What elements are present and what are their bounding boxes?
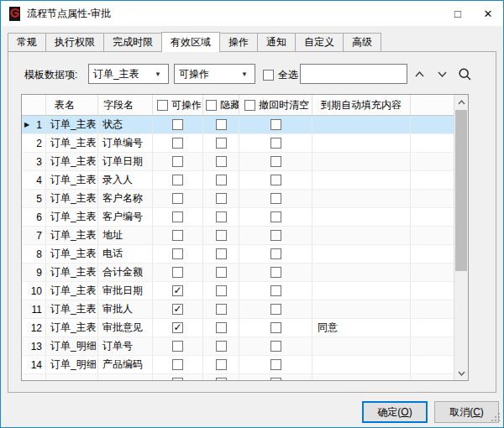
table-row[interactable]: 4订单_主表录入人 — [22, 171, 454, 190]
table-row[interactable]: 14订单_明细产品编码 — [22, 356, 454, 374]
header-checkbox-operable[interactable] — [157, 100, 168, 111]
checkbox-operable[interactable] — [172, 248, 183, 259]
cell-row-number[interactable]: 13 — [22, 337, 46, 355]
checkbox-hidden[interactable] — [216, 193, 227, 204]
cell-clear[interactable] — [239, 356, 312, 373]
checkbox-hidden[interactable] — [216, 341, 227, 352]
cell-operable[interactable] — [153, 208, 203, 226]
checkbox-operable[interactable]: ✓ — [172, 285, 183, 296]
table-row[interactable]: 10订单_主表审批日期✓ — [22, 282, 454, 300]
tab-item[interactable]: 执行权限 — [45, 33, 104, 52]
cell-hidden[interactable] — [203, 190, 239, 207]
checkbox-operable[interactable] — [172, 378, 183, 380]
checkbox-clear[interactable] — [270, 267, 281, 278]
cell-row-number[interactable]: ▶1 — [22, 116, 46, 133]
cell-clear[interactable] — [239, 282, 312, 300]
cell-clear[interactable] — [239, 319, 312, 337]
checkbox-operable[interactable] — [172, 119, 183, 130]
checkbox-operable[interactable] — [172, 230, 183, 241]
cell-autofill[interactable] — [312, 208, 411, 226]
checkbox-operable[interactable] — [172, 267, 183, 278]
cell-hidden[interactable] — [203, 171, 239, 189]
cell-autofill[interactable] — [312, 190, 411, 207]
cell-autofill[interactable] — [312, 264, 411, 281]
header-checkbox-hidden[interactable] — [206, 100, 217, 111]
scroll-up-button[interactable] — [454, 95, 468, 109]
table-row[interactable]: 3订单_主表订单日期 — [22, 153, 454, 171]
checkbox-hidden[interactable] — [216, 175, 227, 185]
cell-row-number[interactable]: 8 — [22, 245, 46, 263]
cell-hidden[interactable] — [203, 374, 239, 380]
checkbox-operable[interactable] — [172, 138, 183, 149]
cell-row-number[interactable]: 9 — [22, 264, 46, 281]
cell-row-number[interactable]: 6 — [22, 208, 46, 226]
cell-clear[interactable] — [239, 227, 312, 244]
cell-operable[interactable]: ✓ — [153, 282, 203, 300]
cell-autofill[interactable] — [312, 374, 411, 380]
checkbox-clear[interactable] — [270, 211, 281, 222]
table-row[interactable] — [22, 374, 454, 380]
checkbox-hidden[interactable] — [216, 285, 227, 296]
table-row[interactable]: 13订单_明细订单号 — [22, 337, 454, 356]
cell-hidden[interactable] — [203, 245, 239, 263]
cell-hidden[interactable] — [203, 319, 239, 337]
cell-clear[interactable] — [239, 300, 312, 318]
tab-item[interactable]: 完成时限 — [103, 33, 162, 52]
cell-operable[interactable] — [153, 116, 203, 133]
cell-operable[interactable] — [153, 374, 203, 380]
tab-item[interactable]: 自定义 — [295, 33, 344, 52]
cell-autofill[interactable] — [312, 337, 411, 355]
cell-hidden[interactable] — [203, 116, 239, 133]
cell-autofill[interactable] — [312, 227, 411, 244]
cell-row-number[interactable] — [22, 374, 46, 380]
cell-hidden[interactable] — [203, 264, 239, 281]
cell-operable[interactable] — [153, 245, 203, 263]
cell-clear[interactable] — [239, 374, 312, 380]
maximize-icon[interactable]: □ — [443, 1, 473, 26]
cell-clear[interactable] — [239, 337, 312, 355]
cancel-button[interactable]: 取消(C) — [434, 401, 499, 423]
cell-row-number[interactable]: 2 — [22, 134, 46, 152]
cell-row-number[interactable]: 10 — [22, 282, 46, 300]
cell-autofill[interactable] — [312, 134, 411, 152]
find-previous-button[interactable] — [410, 65, 428, 83]
find-next-button[interactable] — [433, 65, 451, 83]
close-icon[interactable]: ✕ — [473, 1, 503, 26]
checkbox-hidden[interactable] — [216, 156, 227, 167]
table-row[interactable]: 5订单_主表客户名称 — [22, 190, 454, 208]
checkbox-hidden[interactable] — [216, 230, 227, 241]
cell-clear[interactable] — [239, 153, 312, 170]
cell-hidden[interactable] — [203, 300, 239, 318]
checkbox-clear[interactable] — [270, 175, 281, 185]
cell-clear[interactable] — [239, 134, 312, 152]
scroll-down-button[interactable] — [454, 366, 468, 380]
cell-operable[interactable]: ✓ — [153, 300, 203, 318]
cell-hidden[interactable] — [203, 227, 239, 244]
checkbox-clear[interactable] — [270, 359, 281, 370]
cell-autofill[interactable]: 同意 — [312, 319, 411, 337]
cell-hidden[interactable] — [203, 208, 239, 226]
cell-row-number[interactable]: 3 — [22, 153, 46, 170]
table-select-dropdown[interactable]: 订单_主表 ▼ — [88, 64, 169, 84]
cell-autofill[interactable] — [312, 282, 411, 300]
checkbox-clear[interactable] — [270, 285, 281, 296]
cell-operable[interactable] — [153, 227, 203, 244]
checkbox-clear[interactable] — [270, 193, 281, 204]
checkbox-clear[interactable] — [270, 119, 281, 130]
cell-row-number[interactable]: 4 — [22, 171, 46, 189]
cell-row-number[interactable]: 7 — [22, 227, 46, 244]
vertical-scrollbar[interactable] — [454, 95, 468, 380]
checkbox-clear[interactable] — [270, 378, 281, 380]
cell-autofill[interactable] — [312, 300, 411, 318]
cell-hidden[interactable] — [203, 153, 239, 170]
cell-hidden[interactable] — [203, 134, 239, 152]
checkbox-operable[interactable] — [172, 211, 183, 222]
checkbox-operable[interactable] — [172, 359, 183, 370]
ok-button[interactable]: 确定(O) — [362, 401, 428, 423]
cell-autofill[interactable] — [312, 245, 411, 263]
tab-item[interactable]: 通知 — [257, 33, 296, 52]
cell-clear[interactable] — [239, 190, 312, 207]
cell-autofill[interactable] — [312, 116, 411, 133]
checkbox-clear[interactable] — [270, 156, 281, 167]
cell-operable[interactable] — [153, 171, 203, 189]
